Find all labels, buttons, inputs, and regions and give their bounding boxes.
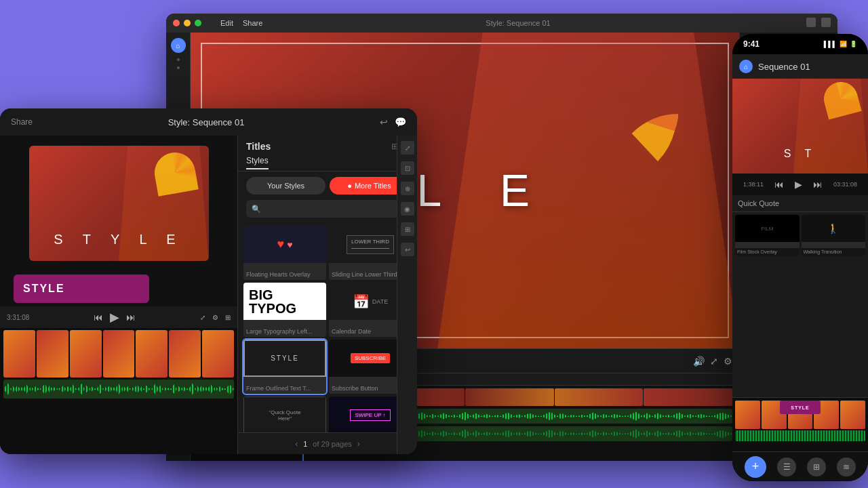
phone-walking-thumb: 🚶 [802, 215, 866, 242]
fullscreen-button[interactable]: ⤢ [710, 356, 718, 367]
phone-add-button[interactable]: + [745, 456, 766, 478]
toolbar-zoom-btn[interactable]: ⊕ [401, 182, 414, 195]
laptop-btn-1[interactable] [806, 18, 816, 27]
phone-audio-wave [735, 430, 865, 441]
tablet-titles-panel: Titles ⊞ ✕ Styles ... Your Styles ● More… [237, 136, 417, 454]
title-item-hearts[interactable]: ♥ ♥ Floating Hearts Overlay [243, 226, 326, 280]
tablet-window: Share Style: Sequence 01 ↩ 💬 S T Y L E S… [0, 108, 417, 454]
laptop-sidebar-dot-2 [177, 66, 180, 69]
tablet-skip-forward-btn[interactable]: ⏭ [126, 312, 136, 323]
laptop-home-icon[interactable]: ⌂ [171, 38, 186, 53]
minimize-dot[interactable] [184, 20, 191, 26]
phone-film-thumb: FILM [735, 215, 800, 242]
phone-home-icon[interactable]: ⌂ [739, 60, 753, 73]
settings-button[interactable]: ⚙ [724, 356, 732, 367]
tablet-video-strip [3, 330, 234, 378]
tablet-undo-icon[interactable]: ↩ [380, 117, 388, 127]
tablet-fullscreen-btn[interactable]: ⤢ [200, 314, 205, 321]
phone-list-btn[interactable]: ☰ [777, 458, 796, 476]
title-item-bigtypog[interactable]: BIGTYPOG Large Typography Left... [243, 283, 326, 337]
phone-preview-title: S T [732, 148, 868, 160]
frame-preview: STYLE [271, 354, 299, 362]
tr-next-page-btn[interactable]: › [357, 439, 360, 449]
laptop-window-title: Style: Sequence 01 [205, 19, 831, 27]
phone-play-btn[interactable]: ▶ [795, 179, 802, 190]
tr-header: Titles ⊞ ✕ [238, 136, 417, 155]
phone-bottom-bar: + ☰ ⊞ ≋ [732, 451, 868, 481]
phone-notch: 9:41 ▌▌▌ 📶 🔋 [732, 34, 868, 54]
tablet-timeline: 3:31:08 ⏮ ▶ ⏭ ⤢ ⚙ ⊞ [0, 306, 237, 454]
laptop-titlebar: Edit Share Style: Sequence 01 [166, 14, 837, 33]
tablet-skip-back-btn[interactable]: ⏮ [94, 312, 103, 323]
phone-time: 9:41 [743, 39, 760, 49]
phone-list-icon: ☰ [783, 462, 791, 472]
phone-audio-strip [735, 430, 865, 441]
sliding-preview: LOWER THIRD———————— [347, 235, 394, 254]
frame-thumb: STYLE [243, 340, 326, 377]
tablet-speech-icon[interactable]: 💬 [395, 117, 406, 127]
titles-grid: ♥ ♥ Floating Hearts Overlay LOWER THIRD—… [238, 223, 417, 432]
more-titles-dot-icon: ● [347, 182, 352, 190]
tv-thumb-7 [202, 330, 234, 378]
wifi-icon: 📶 [840, 41, 847, 47]
phone-film-label: Film Stock Overlay [735, 248, 800, 256]
phone-status-bar: ▌▌▌ 📶 🔋 [824, 41, 857, 47]
hearts-icon-2: ♥ [287, 239, 292, 250]
phone-skip-back-btn[interactable]: ⏮ [774, 179, 784, 190]
title-item-frame[interactable]: ✓ STYLE Frame Outlined Text T... [243, 340, 326, 394]
menu-share[interactable]: Share [243, 19, 262, 27]
phone-seq-title: Sequence 01 [758, 62, 810, 72]
more-titles-btn-label: More Titles [355, 182, 391, 190]
tv-thumb-4 [103, 330, 135, 378]
close-dot[interactable] [173, 20, 180, 26]
tr-pagination: ‹ 1 of 29 pages › [238, 432, 417, 454]
tablet-settings-btn[interactable]: ⚙ [212, 314, 218, 321]
tr-tab-styles[interactable]: Styles [246, 156, 269, 169]
phone-waveform-btn[interactable]: ≋ [837, 458, 856, 476]
quickquote-thumb: "Quick QuoteHere" [243, 396, 326, 432]
subscribe-preview: SUBSCRIBE [351, 353, 390, 363]
tablet-share-label[interactable]: Share [11, 117, 33, 127]
tablet-play-btn[interactable]: ▶ [110, 310, 119, 325]
volume-button[interactable]: 🔊 [693, 356, 705, 367]
phone-window: 9:41 ▌▌▌ 📶 🔋 ⌂ Sequence 01 S T 1:38:11 ⏮ [732, 34, 868, 481]
toolbar-camera-btn[interactable]: ◉ [401, 202, 414, 216]
phone-timecode-right: 03:31:08 [833, 181, 857, 188]
tr-prev-page-btn[interactable]: ‹ [295, 439, 298, 449]
phone-thumb-1 [735, 401, 760, 429]
title-item-quickquote[interactable]: "Quick QuoteHere" Quick Quote [243, 396, 326, 432]
bigtypog-preview: BIGTYPOG [246, 285, 323, 318]
phone-style-clip: STYLE [780, 401, 821, 414]
frame-label: Frame Outlined Text T... [243, 383, 326, 394]
toolbar-grid-btn[interactable]: ⊞ [401, 222, 414, 236]
tablet-audio-wave [3, 380, 234, 399]
toolbar-crop-btn[interactable]: ⊡ [401, 161, 414, 175]
tablet-window-title: Style: Sequence 01 [33, 117, 380, 127]
maximize-dot[interactable] [195, 20, 201, 26]
menu-edit[interactable]: Edit [220, 19, 233, 27]
phone-grid-icon: ⊞ [813, 462, 820, 472]
toolbar-back-btn[interactable]: ↩ [401, 243, 414, 256]
tablet-grid-btn[interactable]: ⊞ [225, 314, 231, 321]
tr-your-styles-btn[interactable]: Your Styles [246, 177, 326, 195]
tablet-style-clip: STYLE [14, 274, 149, 303]
hearts-label: Floating Hearts Overlay [243, 269, 326, 280]
tablet-titlebar: Share Style: Sequence 01 ↩ 💬 [0, 108, 417, 136]
neon-preview: SWIPE UP ↑ [350, 409, 390, 421]
phone-skip-fwd-btn[interactable]: ⏭ [813, 179, 823, 190]
phone-grid-btn[interactable]: ⊞ [807, 458, 826, 476]
toolbar-fullscreen-btn[interactable]: ⤢ [401, 141, 414, 155]
phone-rp-walking[interactable]: 🚶 Walking Transition [802, 215, 866, 256]
calendar-text: DATE [372, 298, 388, 305]
phone-rp-film[interactable]: FILM Film Stock Overlay [735, 215, 800, 256]
phone-thumb-5 [840, 401, 865, 429]
phone-titlebar: ⌂ Sequence 01 [732, 54, 868, 79]
hearts-thumb: ♥ ♥ [243, 226, 326, 263]
scene: Edit Share Style: Sequence 01 ⌂ [0, 0, 868, 488]
tv-thumb-6 [169, 330, 201, 378]
quickquote-preview: "Quick QuoteHere" [266, 407, 303, 424]
tv-thumb-2 [37, 330, 68, 378]
phone-timecode-left: 1:38:11 [743, 181, 764, 188]
signal-icon: ▌▌▌ [824, 41, 837, 47]
laptop-btn-2[interactable] [821, 18, 831, 27]
